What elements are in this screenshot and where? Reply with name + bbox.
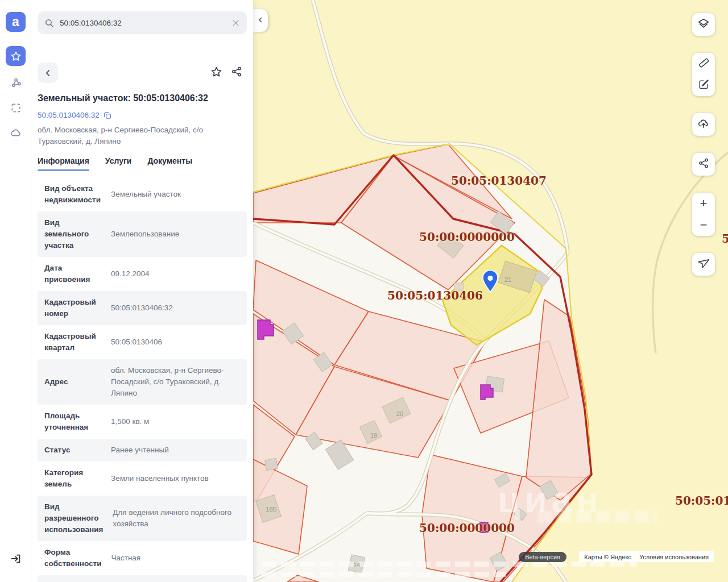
table-row: Вид разрешенного использованияДля ведени…: [38, 496, 247, 541]
tab-bar: Информация Услуги Документы: [38, 156, 247, 172]
favorite-button[interactable]: [206, 63, 226, 83]
row-label: Площадь уточненная: [38, 409, 105, 434]
sign-in-icon: [10, 552, 22, 567]
row-value: 1,500 кв. м: [105, 415, 247, 429]
back-button[interactable]: [38, 63, 58, 83]
tab-services[interactable]: Услуги: [105, 156, 132, 171]
cadastral-number-link[interactable]: 50:05:0130406:32: [38, 111, 100, 119]
row-label: Вид земельного участка: [38, 216, 105, 252]
layers-button[interactable]: [692, 13, 715, 36]
row-value: 50:05:0130406: [105, 335, 247, 349]
map-terrain: [253, 0, 728, 582]
ruler-icon: [698, 57, 710, 71]
left-rail: a: [0, 0, 31, 582]
row-label: Статус: [38, 443, 105, 457]
zoom-in-button[interactable]: +: [692, 193, 715, 214]
row-value: Земельный участок: [105, 188, 247, 201]
polygon-icon: [10, 77, 22, 89]
object-header: [38, 63, 247, 83]
tab-documents[interactable]: Документы: [147, 156, 192, 171]
sidebar-item-area-select[interactable]: [6, 98, 26, 118]
row-label: Категория земель: [38, 466, 105, 491]
table-row: СтатусРанее учтенный: [38, 439, 247, 462]
row-value: 50:05:0130406:32: [105, 301, 247, 315]
beta-badge: Beta-версия: [519, 552, 566, 562]
row-label: Форма собственности: [38, 546, 105, 571]
row-label: Кадастровый номер: [38, 296, 105, 321]
edit-button[interactable]: [692, 74, 715, 96]
info-table: Вид объекта недвижимостиЗемельный участо…: [38, 177, 247, 582]
upload-button[interactable]: [692, 113, 715, 136]
chevron-left-icon: [257, 15, 264, 26]
measure-edit-group: [692, 53, 715, 96]
table-row: Площадь уточненная1,500 кв. м: [38, 405, 247, 439]
zoom-control: + −: [692, 193, 715, 236]
row-label: Дата присвоения: [38, 261, 105, 286]
page-title: Земельный участок: 50:05:0130406:32: [38, 93, 247, 103]
map-attribution: Карты © Яндекс Условия использования: [579, 551, 714, 562]
share-icon: [698, 157, 709, 171]
row-value: Частная: [105, 551, 247, 565]
sidebar-item-cloud[interactable]: [6, 123, 26, 143]
locate-button[interactable]: [692, 253, 715, 276]
row-value: обл. Московская, р-н Сергиево-Посадский,…: [105, 364, 247, 400]
table-row: Адресобл. Московская, р-н Сергиево-Посад…: [38, 359, 247, 405]
row-value: Земли населенных пунктов: [105, 472, 247, 485]
clear-search-icon[interactable]: [231, 19, 240, 27]
plus-icon: +: [700, 197, 708, 210]
sign-in-button[interactable]: [7, 551, 24, 568]
sidebar-item-favorites[interactable]: [6, 46, 26, 66]
map-share-button[interactable]: [692, 153, 715, 176]
search-input[interactable]: [60, 19, 226, 27]
table-row: Форма собственностиЧастная: [38, 541, 247, 575]
row-label: Кадастровая стоимость: [38, 580, 105, 582]
collapse-panel-button[interactable]: [253, 9, 268, 32]
table-row: Кадастровый квартал50:05:0130406: [38, 325, 247, 359]
minus-icon: −: [700, 219, 708, 231]
table-row: Вид земельного участкаЗемлепользование: [38, 211, 247, 257]
terms-link[interactable]: Условия использования: [639, 554, 709, 560]
copy-icon[interactable]: [104, 111, 111, 119]
tab-information[interactable]: Информация: [38, 156, 89, 171]
row-value: Ранее учтенный: [105, 443, 247, 457]
ruler-button[interactable]: [692, 53, 715, 74]
row-label: Вид разрешенного использования: [38, 500, 106, 537]
star-icon: [10, 51, 22, 62]
row-value: 09.12.2004: [105, 267, 247, 281]
table-row: Кадастровый номер50:05:0130406:32: [38, 291, 247, 325]
table-row: Кадастровая стоимость3,619,622.53 руб.: [38, 575, 247, 582]
table-row: Дата присвоения09.12.2004: [38, 257, 247, 291]
sidebar-item-polygon-tool[interactable]: [6, 73, 26, 93]
info-panel: Земельный участок: 50:05:0130406:32 50:0…: [31, 0, 253, 582]
dashed-square-icon: [10, 102, 22, 114]
object-address: обл. Московская, р-н Сергиево-Посадский,…: [38, 124, 247, 147]
map-canvas[interactable]: циан 50:05:013040750:00:000000050:05:013…: [253, 0, 728, 582]
edit-icon: [698, 78, 709, 92]
navigation-arrow-icon: [698, 257, 710, 272]
share-button[interactable]: [226, 63, 247, 83]
search-icon: [44, 18, 54, 28]
table-row: Вид объекта недвижимостиЗемельный участо…: [38, 177, 247, 211]
map-copyright: Карты © Яндекс: [584, 554, 631, 560]
star-icon: [210, 66, 222, 80]
row-label: Адрес: [38, 375, 105, 389]
cloud-icon: [10, 127, 22, 139]
app-window: a: [0, 0, 728, 582]
row-value: Землепользование: [105, 227, 247, 241]
share-icon: [231, 66, 242, 80]
search-bar[interactable]: [38, 11, 247, 34]
row-label: Вид объекта недвижимости: [38, 182, 105, 207]
app-logo[interactable]: a: [6, 12, 26, 32]
table-row: Категория земельЗемли населенных пунктов: [38, 462, 247, 496]
row-label: Кадастровый квартал: [38, 330, 105, 355]
zoom-out-button[interactable]: −: [692, 214, 715, 236]
cloud-upload-icon: [697, 117, 710, 132]
row-value: Для ведения личного подсобного хозяйства: [106, 506, 247, 531]
layers-icon: [697, 17, 710, 32]
